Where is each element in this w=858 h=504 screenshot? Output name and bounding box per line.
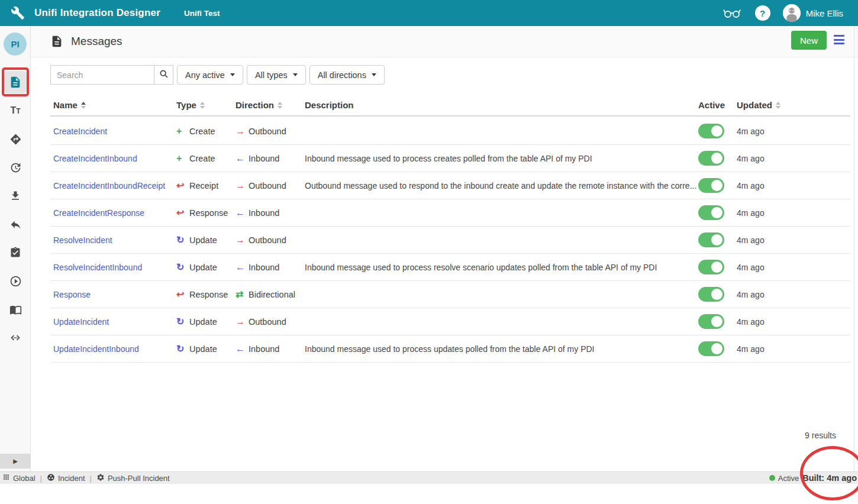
panel-right-border xyxy=(854,26,854,471)
active-toggle[interactable] xyxy=(698,232,724,247)
sidebar-item-fields[interactable]: TT xyxy=(4,99,27,122)
search-icon xyxy=(159,69,169,80)
sidebar: PI TT ▶ xyxy=(0,26,31,471)
table-header: Name Type Direction Description Active U… xyxy=(50,95,850,117)
username[interactable]: Mike Ellis xyxy=(806,8,843,18)
arrow-left-icon: ← xyxy=(236,153,249,164)
history-clock-icon xyxy=(9,161,22,174)
arrow-right-icon: → xyxy=(236,316,249,327)
table-row: Response ↩Response ⇄Bidirectional 4m ago xyxy=(50,281,850,308)
app-title: Unifi Integration Designer xyxy=(34,7,160,19)
code-icon xyxy=(9,331,22,344)
toggle-knob xyxy=(711,207,722,218)
new-button[interactable]: New xyxy=(791,31,827,50)
reply-arrow-icon: ↩ xyxy=(176,207,189,218)
results-count: 9 results xyxy=(805,431,836,440)
scope-breadcrumb[interactable]: Global xyxy=(2,473,36,483)
sidebar-item-responses[interactable] xyxy=(4,213,27,235)
page-title: Messages xyxy=(71,35,122,48)
type-label: Response xyxy=(189,290,228,299)
sidebar-item-documentation[interactable] xyxy=(4,298,27,321)
active-toggle[interactable] xyxy=(698,341,724,356)
direction-filter-dropdown[interactable]: All directions xyxy=(309,65,385,85)
sidebar-collapse-button[interactable]: ▶ xyxy=(0,454,31,469)
type-label: Update xyxy=(189,235,217,245)
status-label: Active xyxy=(778,474,799,483)
table-row: CreateIncidentInboundReceipt ↩Receipt →O… xyxy=(50,172,850,199)
grid-icon xyxy=(2,473,10,483)
menu-icon[interactable] xyxy=(834,35,844,44)
arrow-right-icon: → xyxy=(236,180,249,191)
description-text: Inbound message used to process resolve … xyxy=(305,254,698,281)
status-dot xyxy=(769,475,775,481)
type-label: Create xyxy=(189,154,215,163)
refresh-icon: ↻ xyxy=(176,261,189,273)
sidebar-item-field-maps[interactable] xyxy=(4,128,27,150)
search-button[interactable] xyxy=(154,65,173,85)
direction-label: Outbound xyxy=(249,181,286,190)
sidebar-item-messages[interactable] xyxy=(4,71,27,93)
arrow-right-icon: → xyxy=(236,235,249,245)
application-breadcrumb[interactable]: Incident xyxy=(47,473,85,483)
sidebar-item-scripts[interactable] xyxy=(4,327,27,349)
help-icon[interactable]: ? xyxy=(755,5,770,21)
integration-breadcrumb[interactable]: Push-Pull Incident xyxy=(96,473,170,483)
toggle-knob xyxy=(711,153,722,164)
refresh-icon: ↻ xyxy=(176,316,189,327)
active-toggle[interactable] xyxy=(698,260,724,274)
reply-icon xyxy=(9,218,22,231)
table-row: UpdateIncident ↻Update →Outbound 4m ago xyxy=(50,308,850,335)
user-avatar[interactable] xyxy=(783,4,801,22)
type-filter-dropdown[interactable]: All types xyxy=(247,65,306,85)
type-label: Receipt xyxy=(189,181,218,190)
message-name-link[interactable]: UpdateIncidentInbound xyxy=(53,344,139,354)
column-header-updated[interactable]: Updated xyxy=(735,100,850,110)
search-input[interactable] xyxy=(50,65,154,85)
column-header-type[interactable]: Type xyxy=(176,100,236,110)
active-toggle[interactable] xyxy=(698,205,724,220)
direction-label: Inbound xyxy=(249,208,279,218)
plus-icon: + xyxy=(176,153,189,164)
active-toggle[interactable] xyxy=(698,151,724,166)
message-name-link[interactable]: Response xyxy=(53,290,91,299)
type-label: Response xyxy=(189,208,228,218)
toggle-knob xyxy=(711,289,722,300)
description-text: Outbound message used to respond to the … xyxy=(305,172,698,199)
workspace-avatar[interactable]: PI xyxy=(4,33,27,56)
separator: | xyxy=(90,474,92,483)
message-name-link[interactable]: UpdateIncident xyxy=(53,317,109,327)
active-toggle[interactable] xyxy=(698,287,724,302)
sort-icon xyxy=(776,102,780,109)
message-name-link[interactable]: CreateIncidentInbound xyxy=(53,154,137,163)
active-toggle[interactable] xyxy=(698,314,724,329)
message-name-link[interactable]: ResolveIncidentInbound xyxy=(53,263,142,272)
arrow-left-icon: ← xyxy=(236,344,249,354)
active-toggle[interactable] xyxy=(698,178,724,193)
message-name-link[interactable]: CreateIncidentResponse xyxy=(53,208,144,218)
toggle-knob xyxy=(711,343,722,354)
column-header-active: Active xyxy=(698,100,735,110)
message-name-link[interactable]: ResolveIncident xyxy=(53,235,112,245)
message-name-link[interactable]: CreateIncidentInboundReceipt xyxy=(53,181,165,190)
column-header-name[interactable]: Name xyxy=(50,100,176,110)
download-icon xyxy=(9,190,21,202)
sidebar-item-history[interactable] xyxy=(4,156,27,179)
table-row: CreateIncidentResponse ↩Response ←Inboun… xyxy=(50,199,850,227)
sidebar-item-tasks[interactable] xyxy=(4,241,27,264)
sidebar-item-pollers[interactable] xyxy=(4,185,27,207)
app-window: Unifi Integration Designer Unifi Test ? xyxy=(0,0,858,504)
arrow-left-icon: ← xyxy=(236,262,249,273)
column-header-direction[interactable]: Direction xyxy=(236,100,305,110)
filter-bar: Any active All types All directions xyxy=(50,65,385,85)
active-toggle[interactable] xyxy=(698,124,724,138)
glasses-icon[interactable] xyxy=(723,7,741,19)
message-name-link[interactable]: CreateIncident xyxy=(53,127,107,136)
updated-text: 4m ago xyxy=(735,263,850,272)
plus-icon: + xyxy=(176,126,189,137)
reply-arrow-icon: ↩ xyxy=(176,180,189,191)
active-filter-dropdown[interactable]: Any active xyxy=(177,65,243,85)
sidebar-item-runs[interactable] xyxy=(4,270,27,292)
direction-label: Bidirectional xyxy=(249,290,295,299)
table-row: ResolveIncident ↻Update →Outbound 4m ago xyxy=(50,227,850,254)
table-row: ResolveIncidentInbound ↻Update ←Inbound … xyxy=(50,254,850,281)
